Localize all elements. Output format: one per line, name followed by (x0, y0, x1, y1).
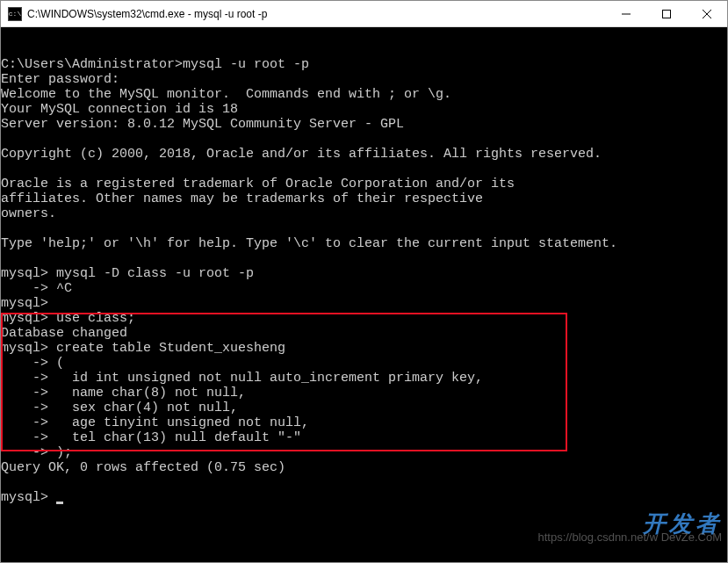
svg-rect-1 (663, 10, 671, 18)
terminal-line: Enter password: (1, 72, 727, 87)
terminal-line: mysql> mysql -D class -u root -p (1, 266, 727, 281)
terminal-line: -> id int unsigned not null auto_increme… (1, 371, 727, 386)
terminal-line: -> name char(8) not null, (1, 386, 727, 401)
terminal-line: owners. (1, 206, 727, 221)
terminal-line: Server version: 8.0.12 MySQL Community S… (1, 117, 727, 132)
terminal-line: -> ^C (1, 281, 727, 296)
watermark-logo: 开发者 (643, 516, 722, 531)
window-controls (606, 1, 727, 27)
terminal-line (1, 221, 727, 236)
terminal-area[interactable]: C:\Users\Administrator>mysql -u root -pE… (1, 27, 727, 562)
terminal-line (1, 132, 727, 147)
terminal-line: -> sex char(4) not null, (1, 401, 727, 415)
terminal-line: -> tel char(13) null default "-" (1, 430, 727, 445)
terminal-line: -> ); (1, 445, 727, 460)
watermark-url: https://blog.csdnn.net/w DevZe.CoM (537, 530, 722, 545)
terminal-line: Type 'help;' or '\h' for help. Type '\c'… (1, 236, 727, 251)
cursor (56, 502, 63, 504)
minimize-icon (622, 10, 631, 18)
close-icon (703, 10, 711, 18)
terminal-line: Query OK, 0 rows affected (0.75 sec) (1, 460, 727, 475)
titlebar[interactable]: c:\ C:\WINDOWS\system32\cmd.exe - mysql … (1, 1, 727, 27)
terminal-line: -> age tinyint unsigned not null, (1, 415, 727, 430)
terminal-line: Your MySQL connection id is 18 (1, 102, 727, 117)
terminal-line: mysql> use class; (1, 311, 727, 326)
terminal-line (1, 475, 727, 490)
terminal-line (1, 251, 727, 266)
cmd-icon: c:\ (8, 7, 22, 21)
maximize-icon (662, 10, 671, 18)
terminal-content: C:\Users\Administrator>mysql -u root -pE… (1, 57, 727, 505)
terminal-line: mysql> create table Student_xuesheng (1, 341, 727, 356)
terminal-line: Copyright (c) 2000, 2018, Oracle and/or … (1, 147, 727, 162)
terminal-line: -> ( (1, 356, 727, 371)
terminal-line: Oracle is a registered trademark of Orac… (1, 177, 727, 191)
terminal-line: C:\Users\Administrator>mysql -u root -p (1, 57, 727, 72)
cmd-window: c:\ C:\WINDOWS\system32\cmd.exe - mysql … (0, 0, 728, 563)
terminal-line (1, 162, 727, 177)
close-button[interactable] (687, 1, 727, 27)
terminal-line: mysql> (1, 296, 727, 311)
terminal-line: mysql> (1, 490, 727, 505)
terminal-line: Database changed (1, 326, 727, 341)
window-title: C:\WINDOWS\system32\cmd.exe - mysql -u r… (27, 8, 606, 20)
maximize-button[interactable] (646, 1, 687, 27)
terminal-line: affiliates. Other names may be trademark… (1, 191, 727, 206)
minimize-button[interactable] (606, 1, 646, 27)
terminal-line: Welcome to the MySQL monitor. Commands e… (1, 87, 727, 102)
